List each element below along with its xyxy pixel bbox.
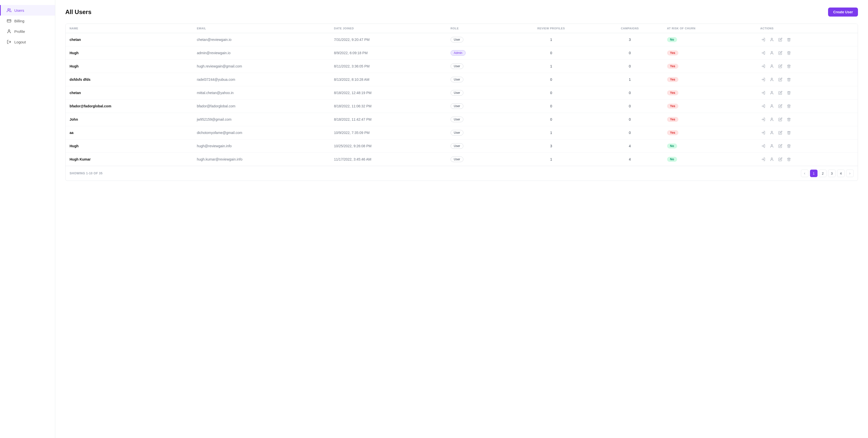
- page-header: All Users Create User: [65, 7, 858, 16]
- cell-at-risk: No: [663, 33, 756, 46]
- view-user-icon[interactable]: [769, 90, 775, 96]
- view-user-icon[interactable]: [769, 156, 775, 162]
- edit-user-icon[interactable]: [777, 116, 783, 123]
- cell-role: User: [446, 126, 505, 139]
- cell-email: mittal.chetan@yahoo.in: [193, 86, 330, 100]
- role-badge: Admin: [451, 50, 466, 56]
- col-review-profiles: REVIEW PROFILES: [505, 24, 596, 33]
- page-3-button[interactable]: 3: [828, 170, 836, 177]
- edit-user-icon[interactable]: [777, 50, 783, 56]
- page-2-button[interactable]: 2: [819, 170, 827, 177]
- delete-user-icon[interactable]: [786, 63, 792, 69]
- delete-user-icon[interactable]: [786, 130, 792, 136]
- view-user-icon[interactable]: [769, 143, 775, 149]
- table-row: Hugh Kumar hugh.kumar@reviewgain.info 11…: [66, 153, 858, 166]
- risk-badge: Yes: [667, 104, 678, 109]
- role-badge: User: [451, 77, 463, 82]
- cell-name: chetan: [66, 33, 193, 46]
- cell-role: User: [446, 73, 505, 86]
- cell-name: bfador@fadorglobal.com: [66, 100, 193, 113]
- cell-at-risk: No: [663, 139, 756, 153]
- cell-actions: [756, 60, 858, 73]
- actions-group: [760, 156, 854, 162]
- edit-user-icon[interactable]: [777, 63, 783, 69]
- create-user-button[interactable]: Create User: [828, 7, 858, 16]
- cell-name: aa: [66, 126, 193, 139]
- view-user-icon[interactable]: [769, 103, 775, 109]
- edit-user-icon[interactable]: [777, 37, 783, 43]
- cell-review-profiles: 0: [505, 113, 596, 126]
- cell-campaigns: 0: [597, 113, 663, 126]
- cell-review-profiles: 1: [505, 33, 596, 46]
- delete-user-icon[interactable]: [786, 90, 792, 96]
- svg-point-22: [771, 144, 772, 146]
- svg-point-24: [771, 158, 772, 159]
- login-as-user-icon[interactable]: [760, 37, 766, 43]
- cell-campaigns: 0: [597, 86, 663, 100]
- edit-user-icon[interactable]: [777, 143, 783, 149]
- actions-group: [760, 37, 854, 43]
- cell-review-profiles: 1: [505, 60, 596, 73]
- edit-user-icon[interactable]: [777, 76, 783, 82]
- login-as-user-icon[interactable]: [760, 50, 766, 56]
- actions-group: [760, 103, 854, 109]
- cell-name: chetan: [66, 86, 193, 100]
- delete-user-icon[interactable]: [786, 50, 792, 56]
- risk-badge: Yes: [667, 50, 678, 56]
- main-content: All Users Create User NAME EMAIL DATE JO…: [55, 0, 868, 438]
- showing-text: SHOWING 1-10 OF 35: [69, 172, 102, 175]
- login-as-user-icon[interactable]: [760, 116, 766, 123]
- login-as-user-icon[interactable]: [760, 103, 766, 109]
- cell-role: User: [446, 33, 505, 46]
- view-user-icon[interactable]: [769, 116, 775, 123]
- sidebar: Users Billing Profile Logout: [0, 0, 55, 438]
- delete-user-icon[interactable]: [786, 76, 792, 82]
- sidebar-item-profile[interactable]: Profile: [0, 26, 55, 37]
- col-campaigns: CAMPAIGNS: [597, 24, 663, 33]
- delete-user-icon[interactable]: [786, 116, 792, 123]
- view-user-icon[interactable]: [769, 130, 775, 136]
- delete-user-icon[interactable]: [786, 103, 792, 109]
- delete-user-icon[interactable]: [786, 37, 792, 43]
- view-user-icon[interactable]: [769, 37, 775, 43]
- login-as-user-icon[interactable]: [760, 143, 766, 149]
- sidebar-item-users[interactable]: Users: [0, 5, 55, 15]
- sidebar-item-billing[interactable]: Billing: [0, 15, 55, 26]
- prev-page-button[interactable]: ‹: [801, 170, 808, 177]
- svg-point-20: [771, 131, 772, 132]
- table-header: NAME EMAIL DATE JOINED ROLE REVIEW PROFI…: [66, 24, 858, 33]
- cell-name: Hugh: [66, 46, 193, 60]
- login-as-user-icon[interactable]: [760, 63, 766, 69]
- table-row: chetan chetan@reviewgain.io 7/31/2022, 9…: [66, 33, 858, 46]
- page-1-button[interactable]: 1: [810, 170, 817, 177]
- users-table: NAME EMAIL DATE JOINED ROLE REVIEW PROFI…: [66, 24, 858, 166]
- next-page-button[interactable]: ›: [846, 170, 854, 177]
- edit-user-icon[interactable]: [777, 103, 783, 109]
- edit-user-icon[interactable]: [777, 156, 783, 162]
- cell-role: User: [446, 100, 505, 113]
- col-at-risk: AT RISK OF CHURN: [663, 24, 756, 33]
- cell-review-profiles: 1: [505, 126, 596, 139]
- delete-user-icon[interactable]: [786, 143, 792, 149]
- sidebar-item-profile-label: Profile: [14, 29, 25, 34]
- login-as-user-icon[interactable]: [760, 90, 766, 96]
- risk-badge: Yes: [667, 90, 678, 95]
- role-badge: User: [451, 103, 463, 109]
- view-user-icon[interactable]: [769, 63, 775, 69]
- login-as-user-icon[interactable]: [760, 156, 766, 162]
- login-as-user-icon[interactable]: [760, 130, 766, 136]
- cell-name: dsfdsfs dfds: [66, 73, 193, 86]
- edit-user-icon[interactable]: [777, 90, 783, 96]
- view-user-icon[interactable]: [769, 76, 775, 82]
- cell-date: 11/17/2022, 3:45:46 AM: [330, 153, 446, 166]
- sidebar-item-logout[interactable]: Logout: [0, 37, 55, 47]
- cell-actions: [756, 113, 858, 126]
- risk-badge: No: [667, 157, 677, 162]
- cell-date: 7/31/2022, 9:20:47 PM: [330, 33, 446, 46]
- view-user-icon[interactable]: [769, 50, 775, 56]
- page-4-button[interactable]: 4: [837, 170, 845, 177]
- edit-user-icon[interactable]: [777, 130, 783, 136]
- logout-icon: [7, 40, 11, 44]
- delete-user-icon[interactable]: [786, 156, 792, 162]
- login-as-user-icon[interactable]: [760, 76, 766, 82]
